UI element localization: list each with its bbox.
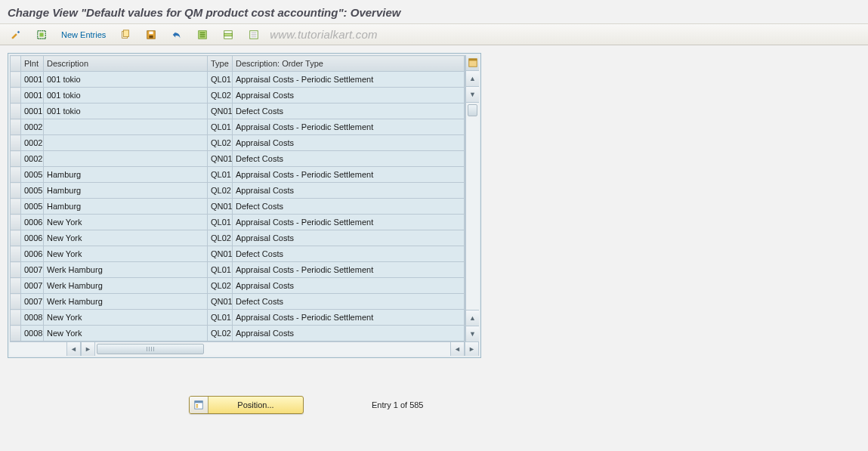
table-row[interactable]: 0002QL01Appraisal Costs - Periodic Settl… (11, 119, 465, 135)
table-row[interactable]: 0001001 tokioQL02Appraisal Costs (11, 88, 465, 103)
table-row[interactable]: 0001001 tokioQL01Appraisal Costs - Perio… (11, 72, 465, 88)
cell-plnt[interactable]: 0007 (21, 278, 44, 294)
scroll-right-button[interactable]: ► (465, 342, 479, 356)
table-row[interactable]: 0006New YorkQN01Defect Costs (11, 246, 465, 262)
cell-plnt[interactable]: 0005 (21, 167, 44, 183)
cell-desc[interactable]: Werk Hamburg (44, 278, 208, 294)
cell-odesc[interactable]: Appraisal Costs (233, 88, 465, 103)
cell-plnt[interactable]: 0008 (21, 326, 44, 341)
col-header-plnt[interactable]: Plnt (21, 56, 44, 72)
cell-plnt[interactable]: 0001 (21, 103, 44, 119)
save-button[interactable] (140, 26, 162, 43)
cell-plnt[interactable]: 0007 (21, 262, 44, 278)
row-selector[interactable] (11, 326, 21, 341)
scroll-track[interactable] (466, 103, 479, 310)
cell-odesc[interactable]: Appraisal Costs (233, 230, 465, 246)
row-selector[interactable] (11, 294, 21, 310)
scroll-up-bottom-button[interactable]: ▲ (466, 310, 479, 326)
cell-odesc[interactable]: Appraisal Costs - Periodic Settlement (233, 72, 465, 88)
scroll-thumb[interactable] (468, 104, 477, 116)
cell-desc[interactable]: New York (44, 310, 208, 326)
table-row[interactable]: 0005HamburgQL01Appraisal Costs - Periodi… (11, 167, 465, 183)
cell-type[interactable]: QL01 (208, 119, 233, 135)
scroll-down-button[interactable]: ▼ (466, 326, 479, 341)
row-selector[interactable] (11, 103, 21, 119)
cell-plnt[interactable]: 0005 (21, 199, 44, 215)
h-scroll-track[interactable] (95, 342, 450, 356)
cell-odesc[interactable]: Appraisal Costs - Periodic Settlement (233, 119, 465, 135)
table-row[interactable]: 0007Werk HamburgQL02Appraisal Costs (11, 278, 465, 294)
row-selector[interactable] (11, 246, 21, 262)
row-selector[interactable] (11, 183, 21, 199)
row-selector[interactable] (11, 72, 21, 88)
select-all-button[interactable] (191, 26, 214, 43)
cell-plnt[interactable]: 0002 (21, 119, 44, 135)
cell-odesc[interactable]: Defect Costs (233, 103, 465, 119)
table-row[interactable]: 0002QN01Defect Costs (11, 151, 465, 167)
cell-desc[interactable]: Werk Hamburg (44, 294, 208, 310)
cell-odesc[interactable]: Defect Costs (233, 151, 465, 167)
cell-type[interactable]: QL02 (208, 135, 233, 151)
cell-odesc[interactable]: Defect Costs (233, 294, 465, 310)
cell-plnt[interactable]: 0006 (21, 215, 44, 230)
table-row[interactable]: 0008New YorkQL01Appraisal Costs - Period… (11, 310, 465, 326)
row-selector[interactable] (11, 151, 21, 167)
cell-desc[interactable] (44, 135, 208, 151)
scroll-right-small-button[interactable]: ► (81, 342, 95, 356)
row-selector[interactable] (11, 278, 21, 294)
row-selector[interactable] (11, 119, 21, 135)
cell-odesc[interactable]: Defect Costs (233, 199, 465, 215)
cell-odesc[interactable]: Appraisal Costs (233, 183, 465, 199)
cell-desc[interactable]: New York (44, 215, 208, 230)
cell-plnt[interactable]: 0002 (21, 151, 44, 167)
cell-desc[interactable]: 001 tokio (44, 88, 208, 103)
cell-type[interactable]: QL02 (208, 230, 233, 246)
cell-type[interactable]: QN01 (208, 199, 233, 215)
row-selector-header[interactable] (11, 56, 21, 72)
table-row[interactable]: 0001001 tokioQN01Defect Costs (11, 103, 465, 119)
cell-plnt[interactable]: 0008 (21, 310, 44, 326)
cell-type[interactable]: QN01 (208, 103, 233, 119)
row-selector[interactable] (11, 310, 21, 326)
cell-desc[interactable]: New York (44, 230, 208, 246)
cell-plnt[interactable]: 0001 (21, 72, 44, 88)
cell-plnt[interactable]: 0006 (21, 246, 44, 262)
cell-type[interactable]: QL02 (208, 88, 233, 103)
cell-type[interactable]: QL02 (208, 183, 233, 199)
table-row[interactable]: 0006New YorkQL01Appraisal Costs - Period… (11, 215, 465, 230)
cell-type[interactable]: QL02 (208, 278, 233, 294)
scroll-left-end-button[interactable]: ◄ (450, 342, 465, 356)
table-row[interactable]: 0002QL02Appraisal Costs (11, 135, 465, 151)
cell-desc[interactable]: 001 tokio (44, 72, 208, 88)
horizontal-scrollbar[interactable]: ◄ ► ◄ ► (10, 341, 479, 356)
scroll-left-button[interactable]: ◄ (66, 342, 81, 356)
cell-odesc[interactable]: Appraisal Costs (233, 326, 465, 341)
position-button[interactable]: Position... (189, 396, 304, 414)
table-row[interactable]: 0005HamburgQN01Defect Costs (11, 199, 465, 215)
cell-desc[interactable]: Hamburg (44, 167, 208, 183)
vertical-scrollbar[interactable]: ▲ ▼ ▲ ▼ (465, 55, 479, 341)
cell-desc[interactable] (44, 119, 208, 135)
cell-plnt[interactable]: 0002 (21, 135, 44, 151)
col-header-type[interactable]: Type (208, 56, 233, 72)
undo-button[interactable] (165, 26, 188, 43)
copy-button[interactable] (114, 26, 137, 43)
cell-odesc[interactable]: Appraisal Costs - Periodic Settlement (233, 310, 465, 326)
cell-type[interactable]: QN01 (208, 151, 233, 167)
row-selector[interactable] (11, 88, 21, 103)
table-settings-button[interactable] (466, 55, 479, 71)
scroll-up-button[interactable]: ▲ (466, 71, 479, 87)
deselect-all-button[interactable] (242, 26, 265, 43)
cell-odesc[interactable]: Appraisal Costs - Periodic Settlement (233, 167, 465, 183)
cell-type[interactable]: QN01 (208, 246, 233, 262)
table-row[interactable]: 0007Werk HamburgQN01Defect Costs (11, 294, 465, 310)
cell-plnt[interactable]: 0007 (21, 294, 44, 310)
cell-desc[interactable]: Hamburg (44, 183, 208, 199)
select-contents-button[interactable] (30, 26, 53, 43)
cell-odesc[interactable]: Appraisal Costs - Periodic Settlement (233, 262, 465, 278)
cell-type[interactable]: QL01 (208, 167, 233, 183)
toggle-display-change-button[interactable] (5, 26, 27, 43)
cell-desc[interactable]: 001 tokio (44, 103, 208, 119)
row-selector[interactable] (11, 135, 21, 151)
cell-desc[interactable]: Hamburg (44, 199, 208, 215)
